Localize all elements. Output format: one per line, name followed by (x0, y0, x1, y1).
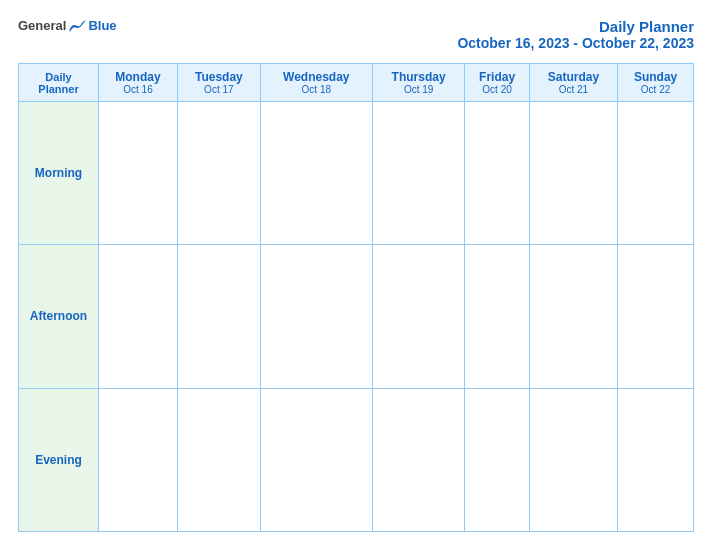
morning-thursday-cell[interactable] (372, 102, 465, 245)
morning-label: Morning (35, 166, 82, 180)
label-column-header: Daily Planner (19, 64, 99, 102)
logo-area: General Blue (18, 18, 117, 33)
evening-label-cell: Evening (19, 388, 99, 531)
col-sunday: Sunday Oct 22 (618, 64, 694, 102)
morning-tuesday-cell[interactable] (177, 102, 260, 245)
morning-sunday-cell[interactable] (618, 102, 694, 245)
afternoon-thursday-cell[interactable] (372, 245, 465, 388)
date-range: October 16, 2023 - October 22, 2023 (457, 35, 694, 51)
wednesday-date: Oct 18 (263, 84, 370, 95)
header: General Blue Daily Planner October 16, 2… (18, 18, 694, 51)
logo-general-text: General (18, 18, 66, 33)
col-tuesday: Tuesday Oct 17 (177, 64, 260, 102)
morning-label-cell: Morning (19, 102, 99, 245)
tuesday-date: Oct 17 (180, 84, 258, 95)
sunday-name: Sunday (620, 70, 691, 84)
evening-thursday-cell[interactable] (372, 388, 465, 531)
thursday-name: Thursday (375, 70, 463, 84)
morning-friday-cell[interactable] (465, 102, 529, 245)
evening-tuesday-cell[interactable] (177, 388, 260, 531)
saturday-date: Oct 21 (532, 84, 615, 95)
tuesday-name: Tuesday (180, 70, 258, 84)
evening-wednesday-cell[interactable] (260, 388, 372, 531)
daily-planner-label-line1: Daily (45, 71, 71, 83)
page: General Blue Daily Planner October 16, 2… (0, 0, 712, 550)
afternoon-label: Afternoon (30, 309, 87, 323)
afternoon-label-cell: Afternoon (19, 245, 99, 388)
afternoon-friday-cell[interactable] (465, 245, 529, 388)
evening-sunday-cell[interactable] (618, 388, 694, 531)
afternoon-sunday-cell[interactable] (618, 245, 694, 388)
monday-name: Monday (101, 70, 175, 84)
col-wednesday: Wednesday Oct 18 (260, 64, 372, 102)
afternoon-monday-cell[interactable] (99, 245, 178, 388)
header-row: Daily Planner Monday Oct 16 Tuesday Oct … (19, 64, 694, 102)
afternoon-row: Afternoon (19, 245, 694, 388)
page-title: Daily Planner (457, 18, 694, 35)
monday-date: Oct 16 (101, 84, 175, 95)
evening-label: Evening (35, 453, 82, 467)
morning-wednesday-cell[interactable] (260, 102, 372, 245)
morning-saturday-cell[interactable] (529, 102, 617, 245)
evening-saturday-cell[interactable] (529, 388, 617, 531)
friday-name: Friday (467, 70, 526, 84)
sunday-date: Oct 22 (620, 84, 691, 95)
evening-monday-cell[interactable] (99, 388, 178, 531)
evening-row: Evening (19, 388, 694, 531)
afternoon-saturday-cell[interactable] (529, 245, 617, 388)
col-friday: Friday Oct 20 (465, 64, 529, 102)
col-thursday: Thursday Oct 19 (372, 64, 465, 102)
col-monday: Monday Oct 16 (99, 64, 178, 102)
friday-date: Oct 20 (467, 84, 526, 95)
saturday-name: Saturday (532, 70, 615, 84)
afternoon-wednesday-cell[interactable] (260, 245, 372, 388)
calendar-table: Daily Planner Monday Oct 16 Tuesday Oct … (18, 63, 694, 532)
title-area: Daily Planner October 16, 2023 - October… (457, 18, 694, 51)
daily-planner-label-line2: Planner (38, 83, 78, 95)
morning-monday-cell[interactable] (99, 102, 178, 245)
thursday-date: Oct 19 (375, 84, 463, 95)
logo-blue-text: Blue (88, 18, 116, 33)
logo-bird-icon (68, 19, 86, 33)
evening-friday-cell[interactable] (465, 388, 529, 531)
col-saturday: Saturday Oct 21 (529, 64, 617, 102)
afternoon-tuesday-cell[interactable] (177, 245, 260, 388)
logo-text: General Blue (18, 18, 117, 33)
morning-row: Morning (19, 102, 694, 245)
wednesday-name: Wednesday (263, 70, 370, 84)
